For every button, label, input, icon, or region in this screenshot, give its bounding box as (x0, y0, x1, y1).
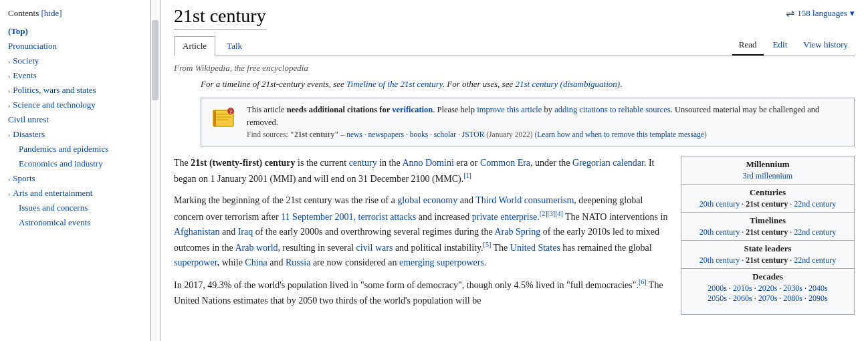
tabs-left: Article Talk (174, 36, 251, 55)
gregorian-link[interactable]: Gregorian calendar (572, 158, 644, 168)
language-count: 158 languages (797, 8, 847, 19)
citations-link[interactable]: adding citations to reliable sources (554, 105, 671, 114)
sidebar-link-sports[interactable]: Sports (13, 173, 35, 184)
sidebar-link-society[interactable]: Society (13, 55, 39, 66)
warning-bold: needs additional citations for verificat… (287, 105, 433, 114)
tab-talk[interactable]: Talk (218, 36, 251, 55)
iraq-link[interactable]: Iraq (238, 227, 253, 237)
ref-1[interactable]: [1] (463, 172, 471, 179)
2090s-link[interactable]: 2090s (808, 294, 828, 303)
article-paragraph-1: The 21st (twenty-first) century is the c… (174, 156, 670, 187)
centuries-title: Centuries (687, 187, 849, 198)
tab-read[interactable]: Read (732, 35, 764, 55)
us-link[interactable]: United States (510, 243, 560, 253)
sidebar-link-astronomical[interactable]: Astronomical events (19, 217, 90, 228)
sidebar-item-economics[interactable]: Economics and industry (0, 156, 160, 171)
russia-link[interactable]: Russia (286, 257, 310, 267)
sidebar-item-issues[interactable]: Issues and concerns (0, 201, 160, 215)
2080s-link[interactable]: 2080s (783, 294, 802, 303)
decades-title: Decades (687, 271, 849, 282)
anno-domini-link[interactable]: Anno Domini (402, 158, 453, 168)
2060s-link[interactable]: 2060s (733, 294, 752, 303)
sidebar-item-top[interactable]: (Top) (0, 24, 160, 39)
chevron-icon: › (8, 72, 10, 80)
date-text: (January 2022) (486, 130, 532, 138)
timeline-link[interactable]: Timeline of the 21st century (346, 79, 443, 89)
sidebar-item-science[interactable]: › Science and technology (0, 98, 160, 112)
china-link[interactable]: China (245, 257, 267, 267)
tab-edit[interactable]: Edit (766, 35, 794, 55)
sidebar-item-astronomical[interactable]: Astronomical events (0, 215, 160, 230)
timelines-title: Timelines (687, 215, 849, 226)
2050s-link[interactable]: 2050s (708, 294, 727, 303)
3rd-millennium-link[interactable]: 3rd millennium (743, 171, 792, 181)
verification-link[interactable]: verification (392, 105, 433, 114)
superpower-link[interactable]: superpower (174, 257, 217, 267)
books-link[interactable]: books (410, 130, 428, 138)
sidebar-link-pandemics[interactable]: Pandemics and epidemics (19, 144, 108, 154)
global-economy-link[interactable]: global economy (397, 195, 457, 205)
sidebar-link-pronunciation[interactable]: Pronunciation (8, 41, 57, 51)
22nd-leaders-link[interactable]: 22nd century (794, 255, 836, 265)
scroll-thumb[interactable] (152, 20, 158, 100)
22nd-timeline-link[interactable]: 22nd century (794, 227, 836, 237)
sidebar-link-politics[interactable]: Politics, wars and states (13, 85, 96, 96)
20th-leaders-link[interactable]: 20th century (699, 255, 740, 265)
newspapers-link[interactable]: newspapers (368, 130, 404, 138)
scholar-link[interactable]: scholar (434, 130, 456, 138)
ref-2[interactable]: [2][3][4] (540, 210, 563, 217)
sidebar-scrollbar[interactable] (150, 0, 160, 341)
2070s-link[interactable]: 2070s (758, 294, 778, 303)
sept-11-link[interactable]: 11 September 2001, terrorist attacks (281, 211, 416, 221)
sidebar-item-disasters[interactable]: › Disasters (0, 127, 160, 142)
civil-wars-link[interactable]: civil wars (356, 243, 393, 253)
2010s-link[interactable]: 2010s (733, 283, 752, 293)
sidebar-item-civil[interactable]: Civil unrest (0, 112, 160, 127)
sidebar-link-top[interactable]: (Top) (8, 26, 28, 37)
20th-timeline-link[interactable]: 20th century (699, 227, 740, 237)
third-world-link[interactable]: Third World consumerism (475, 195, 574, 205)
2020s-link[interactable]: 2020s (758, 283, 778, 293)
chevron-icon: › (8, 131, 10, 138)
20th-century-link[interactable]: 20th century (699, 199, 740, 209)
2040s-link[interactable]: 2040s (808, 283, 828, 293)
sidebar-link-issues[interactable]: Issues and concerns (19, 203, 88, 213)
sidebar-item-politics[interactable]: › Politics, wars and states (0, 83, 160, 98)
tab-view-history[interactable]: View history (796, 35, 855, 55)
sidebar-link-events[interactable]: Events (13, 70, 36, 81)
2030s-link[interactable]: 2030s (783, 283, 802, 293)
sidebar-link-arts[interactable]: Arts and entertainment (13, 188, 92, 199)
learn-link[interactable]: Learn how and when to remove this templa… (537, 130, 704, 138)
sidebar-link-economics[interactable]: Economics and industry (19, 158, 103, 169)
century-link[interactable]: century (349, 158, 377, 168)
emerging-link[interactable]: emerging superpowers (399, 257, 484, 267)
22nd-century-link[interactable]: 22nd century (794, 199, 836, 209)
sidebar-item-pandemics[interactable]: Pandemics and epidemics (0, 142, 160, 156)
2000s-link[interactable]: 2000s (708, 283, 727, 293)
sidebar-link-disasters[interactable]: Disasters (13, 129, 45, 140)
news-link[interactable]: news (346, 130, 362, 138)
sidebar-item-events[interactable]: › Events (0, 68, 160, 83)
sidebar-item-society[interactable]: › Society (0, 53, 160, 68)
sidebar-link-science[interactable]: Science and technology (13, 100, 95, 110)
language-button[interactable]: ⇌ 158 languages ▾ (786, 7, 855, 19)
sidebar-item-arts[interactable]: › Arts and entertainment (0, 186, 160, 201)
afghanistan-link[interactable]: Afghanistan (174, 227, 219, 237)
tab-article[interactable]: Article (174, 36, 215, 56)
ref-6[interactable]: [6] (639, 278, 647, 286)
arab-spring-link[interactable]: Arab Spring (494, 227, 540, 237)
jstor-link[interactable]: JSTOR (462, 130, 485, 138)
21st-timeline-current: 21st century (746, 227, 788, 237)
private-enterprise-link[interactable]: private enterprise (472, 211, 538, 221)
hide-link[interactable]: [hide] (41, 8, 62, 18)
common-era-link[interactable]: Common Era (480, 158, 530, 168)
infobox-state-leaders: State leaders 20th century · 21st centur… (681, 241, 854, 269)
disambiguation-link[interactable]: 21st century (disambiguation) (515, 79, 620, 89)
chevron-icon: › (8, 87, 10, 94)
ref-5[interactable]: [5] (483, 241, 492, 248)
sidebar-item-sports[interactable]: › Sports (0, 171, 160, 186)
arab-world-link[interactable]: Arab world (235, 243, 278, 253)
sidebar-link-civil[interactable]: Civil unrest (8, 114, 49, 125)
improve-link[interactable]: improve this article (477, 105, 542, 114)
sidebar-item-pronunciation[interactable]: Pronunciation (0, 39, 160, 53)
